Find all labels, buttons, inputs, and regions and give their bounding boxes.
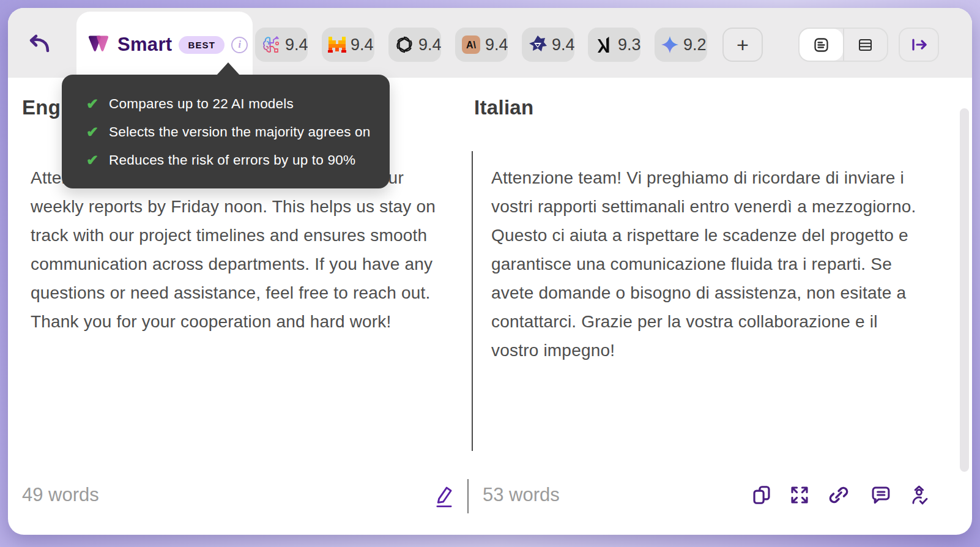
view-toggle-group <box>798 28 888 62</box>
model-tab-multi-model[interactable]: 9.4 <box>255 28 308 62</box>
xai-icon <box>594 35 614 54</box>
footer-divider <box>467 479 469 513</box>
app-background: Smart BEST i 9.4 <box>0 0 980 547</box>
bar-arrow-right-icon <box>910 36 928 53</box>
card-view-icon <box>813 37 830 53</box>
link-button[interactable] <box>827 483 850 507</box>
tooltip-item: ✔ Reduces the risk of errors by up to 90… <box>86 146 390 174</box>
target-language-heading: Italian <box>474 96 533 119</box>
brain-circuit-icon <box>261 35 281 54</box>
model-score: 9.2 <box>683 35 707 54</box>
link-icon <box>828 484 850 506</box>
smart-logo-icon <box>86 34 111 56</box>
model-score: 9.4 <box>552 35 574 54</box>
rows-view-icon <box>857 37 874 53</box>
model-score: 9.3 <box>618 35 640 54</box>
column-divider <box>472 151 473 451</box>
view-toggle-rows[interactable] <box>844 29 888 61</box>
model-score: 9.4 <box>418 35 441 54</box>
undo-arrow-icon <box>25 32 52 56</box>
add-model-button[interactable]: + <box>722 28 763 62</box>
model-tab-xai[interactable]: 9.3 <box>588 28 640 62</box>
qwen-icon <box>528 35 548 54</box>
smart-tab-label: Smart <box>117 34 172 56</box>
openai-icon <box>395 35 414 54</box>
smart-info-tooltip: ✔ Compares up to 22 AI models ✔ Selects … <box>62 75 390 188</box>
check-icon: ✔ <box>86 152 98 169</box>
expert-person-check-icon <box>909 485 930 505</box>
expand-icon <box>789 485 810 505</box>
export-button[interactable] <box>899 28 939 62</box>
model-tab-gemini[interactable]: 9.2 <box>655 28 707 62</box>
model-tab-anthropic[interactable]: A\ 9.4 <box>455 28 508 62</box>
model-tab-openai[interactable]: 9.4 <box>388 28 441 62</box>
comment-button[interactable] <box>869 483 892 507</box>
check-icon: ✔ <box>86 124 98 141</box>
check-icon: ✔ <box>86 95 98 113</box>
back-button[interactable] <box>24 31 53 57</box>
model-score: 9.4 <box>351 35 374 54</box>
copy-button[interactable] <box>750 483 773 507</box>
info-icon[interactable]: i <box>231 37 248 53</box>
vertical-scrollbar[interactable] <box>960 108 969 472</box>
proofread-button[interactable] <box>908 483 931 507</box>
translation-card: Smart BEST i 9.4 <box>8 8 972 535</box>
model-tab-qwen[interactable]: 9.4 <box>522 28 574 62</box>
model-score: 9.4 <box>285 35 308 54</box>
model-score: 9.4 <box>485 35 508 54</box>
mistral-icon <box>328 35 346 54</box>
target-text-area: Attenzione team! Vi preghiamo di ricorda… <box>491 163 919 365</box>
expand-button[interactable] <box>788 483 811 507</box>
source-text-area[interactable]: Attention team! Please remember to submi… <box>31 163 460 336</box>
tooltip-item: ✔ Compares up to 22 AI models <box>86 90 390 118</box>
copy-icon <box>751 485 772 505</box>
comment-icon <box>870 485 891 505</box>
svg-text:A\: A\ <box>466 40 477 50</box>
target-word-count: 53 words <box>483 484 560 506</box>
pencil-icon <box>433 483 455 510</box>
plus-icon: + <box>737 33 749 57</box>
anthropic-icon: A\ <box>461 35 481 54</box>
edit-source-button[interactable] <box>432 482 456 510</box>
tooltip-item: ✔ Selects the version the majority agree… <box>86 118 390 146</box>
model-tab-mistral[interactable]: 9.4 <box>322 28 374 62</box>
view-toggle-card[interactable] <box>800 29 843 61</box>
best-badge: BEST <box>179 36 225 54</box>
source-word-count: 49 words <box>22 484 99 506</box>
gemini-sparkle-icon <box>661 35 679 54</box>
